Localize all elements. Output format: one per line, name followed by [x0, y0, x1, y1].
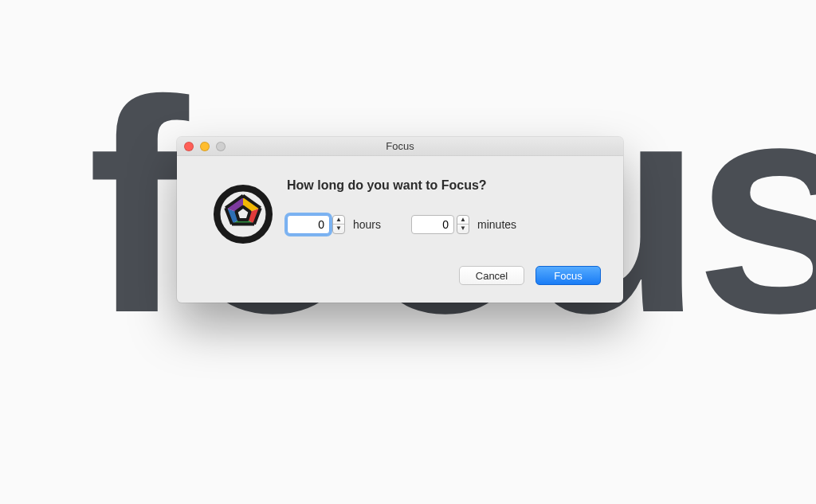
maximize-icon	[216, 142, 226, 151]
window-title: Focus	[177, 140, 623, 152]
dialog-body: How long do you want to Focus? ▲ ▼ hours…	[177, 156, 623, 303]
minutes-stepper[interactable]: ▲ ▼	[411, 215, 469, 234]
hours-input[interactable]	[287, 215, 330, 234]
close-icon[interactable]	[184, 142, 194, 151]
chevron-up-icon[interactable]: ▲	[457, 216, 469, 225]
minutes-stepper-arrows[interactable]: ▲ ▼	[457, 215, 469, 234]
titlebar: Focus	[177, 137, 623, 156]
prompt-text: How long do you want to Focus?	[287, 178, 601, 193]
focus-button[interactable]: Focus	[536, 266, 601, 285]
focus-dialog: Focus How long do you want to Focus?	[177, 137, 623, 303]
minutes-label: minutes	[477, 218, 516, 231]
cancel-button[interactable]: Cancel	[459, 266, 524, 285]
hours-stepper[interactable]: ▲ ▼	[287, 215, 345, 234]
minimize-icon[interactable]	[200, 142, 210, 151]
dialog-buttons: Cancel Focus	[287, 266, 601, 285]
minutes-input[interactable]	[411, 215, 454, 234]
chevron-up-icon[interactable]: ▲	[333, 216, 344, 225]
hours-stepper-arrows[interactable]: ▲ ▼	[332, 215, 345, 234]
focus-app-icon	[212, 183, 274, 245]
duration-inputs: ▲ ▼ hours ▲ ▼ minutes	[287, 215, 601, 234]
traffic-lights	[177, 142, 226, 151]
chevron-down-icon[interactable]: ▼	[457, 225, 469, 233]
hours-label: hours	[353, 218, 381, 231]
chevron-down-icon[interactable]: ▼	[333, 225, 344, 233]
